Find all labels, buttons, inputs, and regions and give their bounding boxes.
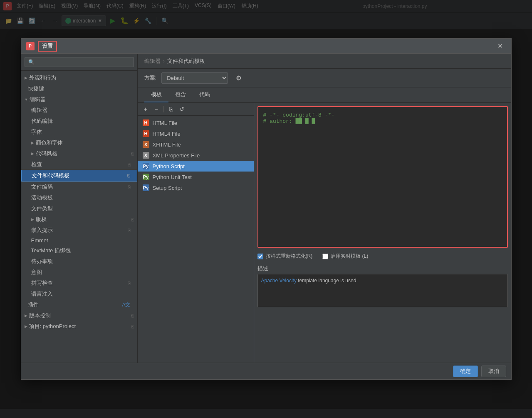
reformat-option: 按样式重新格式化(R): [257, 253, 313, 260]
translate-icon-plugins: A文: [122, 301, 130, 309]
tree-arrow-code-style: ▶: [31, 152, 34, 156]
tree-item-file-types[interactable]: 文件类型: [21, 203, 137, 214]
confirm-button[interactable]: 确定: [453, 366, 478, 377]
code-comment-2: # author: ██ █ █: [263, 118, 315, 124]
xml-file-label: XML Properties File: [153, 152, 200, 159]
tree-item-todo[interactable]: 待办事项: [21, 256, 137, 267]
copy-icon-vcs: ⎘: [131, 313, 134, 318]
cancel-button[interactable]: 取消: [481, 366, 506, 377]
tree-label-code-edit: 代码编辑: [31, 117, 53, 125]
tree-label-todo: 待办事项: [31, 258, 53, 265]
tree-item-appearance[interactable]: ▶ 外观和行为: [21, 72, 137, 83]
tree-arrow-vcs: ▶: [25, 314, 27, 318]
tree-item-plugins[interactable]: 插件 A文: [21, 299, 137, 310]
live-template-label: 启用实时模板 (L): [331, 253, 368, 260]
tree-item-keymap[interactable]: 快捷键: [21, 83, 137, 94]
breadcrumb-current: 文件和代码模板: [167, 57, 205, 65]
tree-item-colors[interactable]: ▶ 颜色和字体: [21, 137, 137, 148]
tree-arrow-colors: ▶: [31, 141, 34, 145]
template-list-panel: + − ⎘ ↺ H HTML File: [138, 103, 254, 363]
tree-item-file-templates[interactable]: 文件和代码模板 ⎘: [21, 170, 137, 182]
tree-label-live-templates: 活动模板: [31, 194, 53, 202]
scheme-row: 方案: Default ⚙: [138, 69, 511, 87]
code-editor[interactable]: # -*- coding:utf-8 -*- # author: ██ █ █: [257, 106, 508, 248]
tree-item-textmate[interactable]: TextMate 插绑包: [21, 245, 137, 256]
tree-item-spell-check[interactable]: 拼写检查 ⎘: [21, 278, 137, 289]
desc-area: Apache Velocity template language is use…: [257, 274, 508, 307]
template-item-xhtml-file[interactable]: X XHTML File: [138, 139, 254, 150]
live-template-option: 启用实时模板 (L): [322, 253, 368, 260]
html-file-label: HTML File: [153, 120, 177, 126]
settings-search-input[interactable]: [25, 57, 134, 67]
scheme-label: 方案:: [144, 74, 157, 82]
tree-item-vcs[interactable]: ▶ 版本控制 ⎘: [21, 310, 137, 321]
template-item-python-script[interactable]: Py Python Script: [138, 161, 254, 172]
desc-label: 描述: [257, 265, 508, 272]
tree-item-code-style[interactable]: ▶ 代码风格 ⎘: [21, 148, 137, 159]
tree-item-emmet[interactable]: Emmet: [21, 236, 137, 245]
breadcrumb: 编辑器 › 文件和代码模板: [138, 54, 511, 69]
xhtml-file-label: XHTML File: [153, 142, 181, 148]
desc-link[interactable]: Apache Velocity: [261, 278, 297, 284]
template-list: H HTML File H HTML4 File X XHT: [138, 116, 254, 363]
template-item-python-unit-test[interactable]: Py Python Unit Test: [138, 172, 254, 182]
tree-item-lang-inject[interactable]: 语言注入: [21, 289, 137, 299]
tree-item-intention[interactable]: 意图: [21, 267, 137, 278]
breadcrumb-separator: ›: [163, 58, 165, 64]
settings-tree: ▶ 外观和行为 快捷键 ▼ 编辑器 编辑器: [21, 71, 137, 363]
tree-label-file-templates: 文件和代码模板: [32, 172, 69, 179]
template-add-button[interactable]: +: [141, 104, 150, 114]
dialog-overlay: P 设置 ✕ ▶ 外观和行为 快捷键: [0, 0, 532, 418]
template-reset-button[interactable]: ↺: [177, 104, 186, 114]
html-file-icon: H: [143, 119, 149, 126]
tree-item-emmet-hint[interactable]: 嵌入提示 ⎘: [21, 225, 137, 236]
html4-file-icon: H: [143, 130, 149, 137]
template-item-html-file[interactable]: H HTML File: [138, 117, 254, 128]
settings-sidebar: ▶ 外观和行为 快捷键 ▼ 编辑器 编辑器: [21, 54, 138, 363]
desc-text: template language is used: [298, 278, 356, 284]
copy-icon-file-templates: ⎘: [127, 173, 130, 178]
tree-item-editor-group[interactable]: ▼ 编辑器: [21, 94, 137, 105]
dialog-title: 设置: [38, 41, 57, 52]
dialog-body: ▶ 外观和行为 快捷键 ▼ 编辑器 编辑器: [21, 54, 511, 363]
live-template-checkbox[interactable]: [322, 254, 328, 259]
tab-templates[interactable]: 模板: [144, 87, 168, 102]
copy-icon-copyright: ⎘: [131, 217, 134, 222]
tab-includes[interactable]: 包含: [168, 87, 193, 102]
setup-script-label: Setup Script: [153, 185, 182, 191]
template-list-toolbar: + − ⎘ ↺: [138, 103, 254, 116]
tree-item-copyright[interactable]: ▶ 版权 ⎘: [21, 214, 137, 225]
settings-dialog: P 设置 ✕ ▶ 外观和行为 快捷键: [21, 38, 512, 380]
code-line-1: # -*- coding:utf-8 -*-: [263, 112, 502, 118]
code-comment-1: # -*- coding:utf-8 -*-: [263, 112, 335, 118]
scheme-selector[interactable]: Default: [161, 72, 228, 84]
reformat-label: 按样式重新格式化(R): [266, 253, 313, 260]
tree-label-project: 项目: pythonProject: [29, 323, 76, 330]
tree-label-file-types: 文件类型: [31, 205, 53, 212]
tree-arrow-editor: ▼: [25, 97, 28, 102]
copy-icon-emmet-hint: ⎘: [128, 228, 131, 233]
tree-item-font[interactable]: 字体: [21, 127, 137, 137]
breadcrumb-editor: 编辑器: [144, 57, 161, 65]
copy-icon-inspections: ⎘: [128, 162, 131, 167]
template-item-setup-script[interactable]: Py Setup Script: [138, 182, 254, 193]
tree-label-editor: 编辑器: [31, 107, 47, 114]
template-copy-button[interactable]: ⎘: [166, 104, 176, 114]
reformat-checkbox[interactable]: [257, 254, 263, 259]
tree-label-appearance: 外观和行为: [29, 74, 56, 82]
tree-label-colors: 颜色和字体: [36, 139, 63, 147]
tree-item-file-encoding[interactable]: 文件编码 ⎘: [21, 182, 137, 192]
tree-item-project[interactable]: ▶ 项目: pythonProject ⎘: [21, 321, 137, 332]
tree-item-editor[interactable]: 编辑器: [21, 105, 137, 116]
template-item-html4-file[interactable]: H HTML4 File: [138, 128, 254, 139]
tree-item-code-edit[interactable]: 代码编辑: [21, 116, 137, 127]
scheme-gear-button[interactable]: ⚙: [233, 72, 245, 84]
tab-code[interactable]: 代码: [193, 87, 217, 102]
tree-item-inspections[interactable]: 检查 ⎘: [21, 159, 137, 170]
template-item-xml-props[interactable]: X XML Properties File: [138, 150, 254, 161]
settings-search-area: [21, 54, 137, 71]
tree-item-live-templates[interactable]: 活动模板: [21, 192, 137, 203]
template-remove-button[interactable]: −: [152, 104, 161, 114]
dialog-close-button[interactable]: ✕: [495, 40, 506, 52]
tree-arrow-appearance: ▶: [25, 76, 27, 80]
